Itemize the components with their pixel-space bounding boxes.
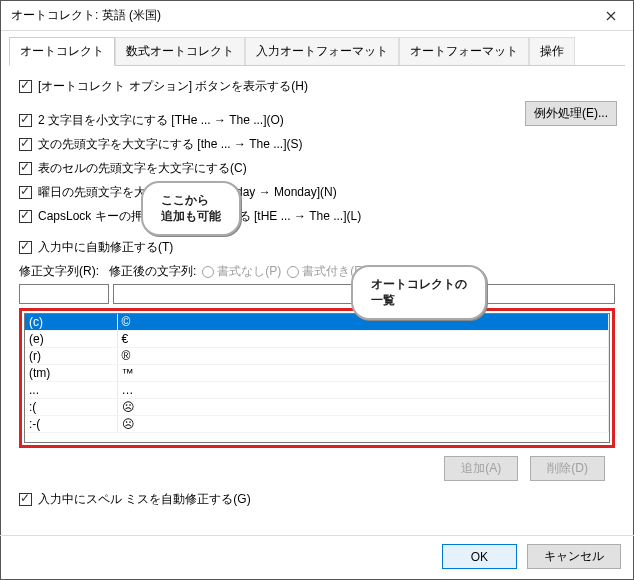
exceptions-button[interactable]: 例外処理(E)...: [525, 101, 617, 126]
replace-input[interactable]: [19, 284, 109, 304]
table: (c)©(e)€(r)®(tm)™...…:(☹:-(☹: [25, 314, 609, 433]
checkbox-table-cap[interactable]: [19, 162, 32, 175]
close-icon: [606, 11, 616, 21]
label-sentence-cap[interactable]: 文の先頭文字を大文字にする [the ... → The ...](S): [38, 136, 302, 153]
table-row[interactable]: :-(☹: [25, 416, 609, 433]
annotation-add-here: ここから 追加も可能: [141, 181, 241, 236]
replace-label: 修正文字列(R):: [19, 263, 99, 280]
ok-button[interactable]: OK: [442, 544, 517, 569]
tab-autoformat-typing[interactable]: 入力オートフォーマット: [245, 37, 399, 65]
content: オートコレクト 数式オートコレクト 入力オートフォーマット オートフォーマット …: [1, 31, 633, 529]
pane: [オートコレクト オプション] ボタンを表示する(H) 2 文字目を小文字にする…: [9, 66, 625, 523]
footer: OK キャンセル: [442, 544, 621, 569]
table-row[interactable]: (r)®: [25, 348, 609, 365]
tab-autoformat[interactable]: オートフォーマット: [399, 37, 529, 65]
titlebar: オートコレクト: 英語 (米国): [1, 1, 633, 31]
checkbox-two-caps[interactable]: [19, 114, 32, 127]
replacements-table[interactable]: (c)©(e)€(r)®(tm)™...…:(☹:-(☹: [24, 313, 610, 443]
close-button[interactable]: [588, 1, 633, 31]
tab-autocorrect[interactable]: オートコレクト: [9, 37, 115, 66]
annotation-list: オートコレクトの 一覧: [351, 265, 487, 320]
tab-math-autocorrect[interactable]: 数式オートコレクト: [115, 37, 245, 65]
table-row[interactable]: (c)©: [25, 314, 609, 331]
table-row[interactable]: (tm)™: [25, 365, 609, 382]
label-two-caps[interactable]: 2 文字目を小文字にする [THe ... → The ...](O): [38, 112, 284, 129]
label-spellfix[interactable]: 入力中にスペル ミスを自動修正する(G): [38, 491, 251, 508]
checkbox-auto-replace[interactable]: [19, 241, 32, 254]
table-row[interactable]: (e)€: [25, 331, 609, 348]
checkbox-sentence-cap[interactable]: [19, 138, 32, 151]
tab-bar: オートコレクト 数式オートコレクト 入力オートフォーマット オートフォーマット …: [9, 37, 625, 66]
label-auto-replace[interactable]: 入力中に自動修正する(T): [38, 239, 173, 256]
autocorrect-dialog: オートコレクト: 英語 (米国) オートコレクト 数式オートコレクト 入力オート…: [0, 0, 634, 580]
add-button[interactable]: 追加(A): [444, 456, 518, 481]
label-table-cap[interactable]: 表のセルの先頭文字を大文字にする(C): [38, 160, 247, 177]
table-row[interactable]: :(☹: [25, 399, 609, 416]
table-highlight: (c)©(e)€(r)®(tm)™...…:(☹:-(☹: [19, 308, 615, 448]
checkbox-day-cap[interactable]: [19, 186, 32, 199]
table-row[interactable]: ...…: [25, 382, 609, 399]
tab-actions[interactable]: 操作: [529, 37, 575, 65]
checkbox-capslock[interactable]: [19, 210, 32, 223]
checkbox-show-options[interactable]: [19, 80, 32, 93]
radio-plain: 書式なし(P): [202, 263, 281, 280]
cancel-button[interactable]: キャンセル: [527, 544, 621, 569]
checkbox-spellfix[interactable]: [19, 493, 32, 506]
label-show-options[interactable]: [オートコレクト オプション] ボタンを表示する(H): [38, 78, 308, 95]
delete-button[interactable]: 削除(D): [530, 456, 605, 481]
with-label: 修正後の文字列:: [109, 263, 196, 280]
window-title: オートコレクト: 英語 (米国): [11, 7, 588, 24]
